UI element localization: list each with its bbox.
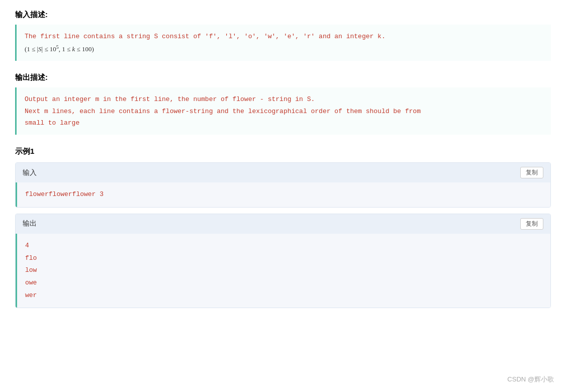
input-description-block: The first line contains a string S consi… (15, 25, 551, 61)
example-output-block: 输出 复制 4flolowowewer (15, 214, 551, 308)
output-description-section: 输出描述: Output an integer m in the first l… (15, 73, 551, 135)
output-title: 输出描述: (15, 73, 551, 82)
input-line1: The first line contains a string S consi… (25, 31, 543, 42)
example-input-label: 输入 (23, 168, 37, 177)
output-line2: Next m lines, each line contains a flowe… (25, 106, 543, 117)
example-output-label: 输出 (23, 219, 37, 228)
example-input-content: flowerflowerflower 3 (16, 182, 550, 207)
input-line2: (1 ≤ |S| ≤ 105, 1 ≤ k ≤ 100) (25, 42, 543, 55)
output-line-item: flo (25, 252, 542, 265)
example-input-block: 输入 复制 flowerflowerflower 3 (15, 162, 551, 208)
math-open-paren: (1 ≤ |S| ≤ 105, 1 ≤ k ≤ 100) (25, 45, 94, 53)
output-line-item: low (25, 264, 542, 277)
output-line-item: wer (25, 289, 542, 302)
copy-output-button[interactable]: 复制 (520, 218, 543, 230)
example-input-value: flowerflowerflower 3 (25, 190, 104, 198)
example-output-content: 4flolowowewer (16, 234, 550, 308)
copy-input-button[interactable]: 复制 (520, 167, 543, 178)
example-section: 示例1 输入 复制 flowerflowerflower 3 输出 复制 4fl… (15, 147, 551, 308)
example-title: 示例1 (15, 147, 551, 156)
example-input-header: 输入 复制 (16, 163, 550, 182)
math-sup-5: 5 (56, 44, 59, 49)
output-description-block: Output an integer m in the first line, t… (15, 87, 551, 135)
input-title: 输入描述: (15, 10, 551, 20)
output-line3: small to large (25, 117, 543, 129)
example-output-header: 输出 复制 (16, 214, 550, 234)
output-line1: Output an integer m in the first line, t… (25, 93, 543, 105)
input-description-section: 输入描述: The first line contains a string S… (15, 10, 551, 61)
output-line-item: owe (25, 277, 542, 289)
output-line-item: 4 (25, 240, 542, 252)
